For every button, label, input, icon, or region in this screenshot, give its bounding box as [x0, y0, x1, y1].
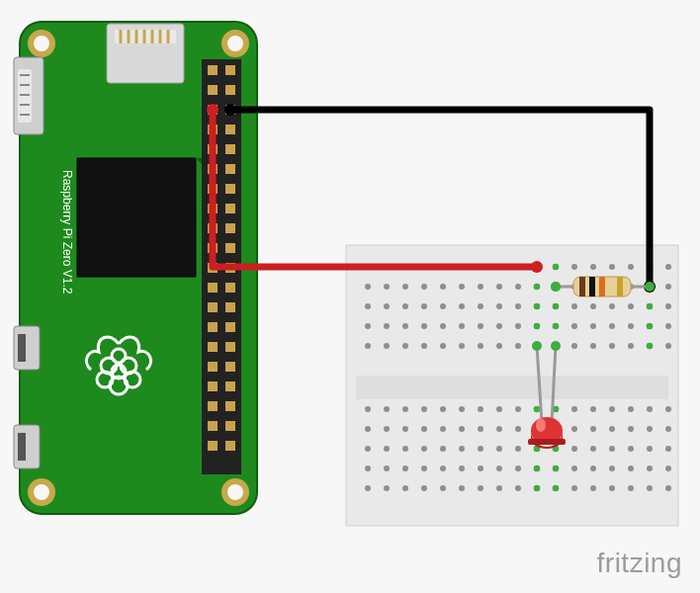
svg-rect-21 [14, 326, 40, 370]
svg-point-232 [402, 485, 408, 491]
svg-point-169 [496, 406, 502, 412]
svg-rect-74 [225, 441, 235, 451]
svg-point-200 [440, 446, 446, 452]
svg-rect-22 [14, 425, 40, 468]
svg-rect-63 [208, 342, 218, 352]
svg-point-94 [365, 284, 371, 290]
svg-point-249 [534, 303, 541, 310]
svg-rect-73 [208, 441, 218, 451]
svg-point-211 [647, 446, 653, 452]
svg-rect-65 [208, 362, 218, 372]
svg-point-242 [590, 485, 596, 491]
svg-point-259 [647, 303, 654, 310]
svg-point-215 [402, 466, 408, 471]
svg-point-228 [647, 466, 653, 471]
svg-point-127 [665, 303, 671, 309]
svg-point-146 [384, 343, 390, 349]
svg-point-88 [571, 264, 577, 270]
svg-point-265 [534, 466, 541, 472]
svg-point-122 [571, 303, 577, 309]
svg-point-273 [531, 261, 543, 273]
svg-point-162 [365, 406, 371, 412]
svg-point-244 [628, 485, 634, 491]
svg-point-254 [553, 303, 560, 310]
svg-point-3 [31, 481, 52, 503]
svg-point-134 [478, 323, 483, 329]
svg-point-245 [647, 485, 653, 491]
svg-point-274 [224, 104, 236, 116]
svg-rect-52 [225, 223, 235, 233]
board-label: Raspberry Pi Zero V1.2 [60, 170, 74, 295]
svg-point-114 [421, 303, 427, 309]
svg-point-202 [478, 446, 483, 452]
svg-rect-61 [208, 322, 218, 332]
svg-rect-62 [225, 322, 235, 332]
svg-point-186 [496, 426, 502, 432]
svg-point-221 [515, 466, 521, 471]
svg-point-101 [496, 284, 502, 290]
svg-point-219 [478, 466, 483, 471]
svg-rect-278 [579, 277, 585, 296]
svg-point-195 [665, 426, 671, 432]
svg-point-163 [384, 406, 390, 412]
svg-point-141 [609, 323, 615, 329]
svg-rect-76 [356, 376, 668, 399]
svg-point-246 [665, 485, 671, 491]
svg-point-260 [647, 323, 654, 330]
svg-rect-44 [225, 144, 235, 154]
svg-point-151 [478, 343, 483, 349]
svg-rect-71 [208, 421, 218, 431]
svg-rect-48 [225, 184, 235, 194]
svg-point-287 [551, 341, 561, 351]
svg-point-145 [365, 343, 371, 349]
svg-point-130 [402, 323, 408, 329]
svg-point-156 [571, 343, 577, 349]
svg-point-147 [402, 343, 408, 349]
svg-point-125 [628, 303, 634, 309]
svg-point-236 [478, 485, 483, 491]
svg-point-149 [440, 343, 446, 349]
svg-point-144 [665, 323, 671, 329]
svg-rect-69 [208, 401, 218, 411]
svg-point-97 [421, 284, 427, 290]
svg-rect-54 [225, 243, 235, 253]
svg-point-159 [628, 343, 634, 349]
svg-point-112 [384, 303, 390, 309]
svg-point-216 [421, 466, 427, 471]
svg-point-157 [590, 343, 596, 349]
svg-rect-279 [589, 277, 595, 296]
svg-point-272 [207, 104, 219, 116]
svg-rect-67 [208, 381, 218, 391]
svg-point-113 [402, 303, 408, 309]
svg-point-282 [551, 282, 561, 292]
svg-point-196 [365, 446, 371, 452]
svg-point-204 [515, 446, 521, 452]
svg-point-168 [478, 406, 483, 412]
svg-point-170 [515, 406, 521, 412]
svg-point-193 [628, 426, 634, 432]
svg-point-175 [609, 406, 615, 412]
svg-point-135 [496, 323, 502, 329]
svg-rect-24 [18, 433, 26, 461]
svg-point-90 [609, 264, 615, 270]
svg-point-4 [224, 481, 246, 503]
svg-point-181 [402, 426, 408, 432]
svg-point-142 [628, 323, 634, 329]
svg-point-234 [440, 485, 446, 491]
svg-point-252 [553, 264, 560, 271]
svg-point-100 [478, 284, 483, 290]
svg-rect-25 [77, 158, 196, 277]
svg-point-129 [384, 323, 390, 329]
wiring-diagram: Raspberry Pi Zero V1.2 [0, 0, 700, 593]
svg-point-153 [515, 343, 521, 349]
svg-point-225 [590, 466, 596, 471]
svg-point-226 [609, 466, 615, 471]
svg-rect-50 [225, 204, 235, 213]
svg-point-212 [665, 446, 671, 452]
svg-rect-36 [225, 65, 235, 75]
svg-point-115 [440, 303, 446, 309]
svg-point-198 [402, 446, 408, 452]
svg-point-180 [384, 426, 390, 432]
svg-point-237 [496, 485, 502, 491]
svg-point-158 [609, 343, 615, 349]
